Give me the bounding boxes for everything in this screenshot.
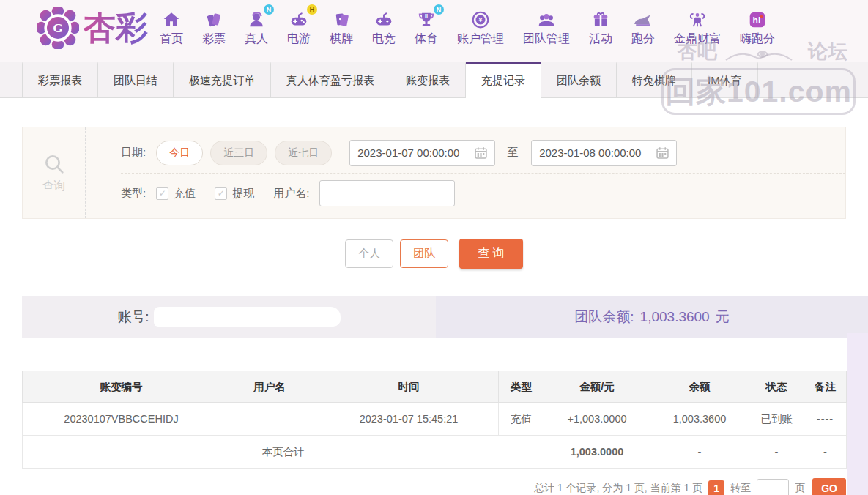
svg-text:¥: ¥ (478, 15, 483, 23)
tab-team-daily[interactable]: 团队日结 (98, 62, 174, 97)
nav-promotions[interactable]: 活动 (589, 9, 612, 47)
nav-paofen[interactable]: 跑分 (631, 9, 655, 47)
personal-button[interactable]: 个人 (345, 239, 393, 268)
tab-lottery-report[interactable]: 彩票报表 (22, 62, 98, 97)
go-button[interactable]: GO (812, 478, 846, 495)
nav-cards[interactable]: 棋牌 (330, 9, 353, 47)
pagination-summary: 总计 1 个记录, 分为 1 页, 当前第 1 页 (534, 482, 702, 495)
col-time: 时间 (319, 371, 499, 403)
cell-remark: ---- (804, 403, 847, 436)
col-amount: 金额/元 (544, 371, 650, 403)
checkbox-icon[interactable] (215, 187, 227, 200)
type-checkbox-deposit[interactable]: 充值 (156, 187, 196, 201)
account-section: 账号: (22, 296, 436, 338)
date-from-input[interactable] (357, 146, 469, 159)
calendar-icon[interactable] (475, 146, 487, 159)
nav-account-management[interactable]: ¥ 账户管理 (457, 9, 504, 47)
date-label: 日期: (121, 146, 146, 160)
table-header-row: 账变编号 用户名 时间 类型 金额/元 余额 状态 备注 (23, 371, 847, 403)
nav-esports[interactable]: 电竞 (372, 9, 396, 47)
team-balance-section: 团队余额: 1,003.3600 元 (436, 296, 868, 338)
golden-ding-icon (688, 10, 707, 29)
goto-label: 转至 (730, 482, 751, 495)
hi-app-icon: hi (748, 10, 767, 29)
page-unit-label: 页 (795, 482, 805, 495)
range-today-button[interactable]: 今日 (156, 141, 203, 165)
team-people-icon (536, 10, 557, 29)
gamepad-icon (289, 10, 309, 29)
nav-team-management[interactable]: 团队管理 (523, 9, 570, 47)
cell-balance: 1,003.3600 (650, 403, 749, 436)
col-remark: 备注 (804, 371, 847, 403)
nav-slots[interactable]: H 电游 (287, 9, 311, 47)
tab-live-sports-pnl-report[interactable]: 真人体育盈亏报表 (271, 62, 390, 97)
esports-gamepad-icon (374, 10, 394, 29)
tab-account-change-report[interactable]: 账变报表 (390, 62, 466, 97)
table-row: 20230107VBBCCEHIDJ 2023-01-07 15:45:21 充… (23, 403, 847, 436)
account-redacted-value (154, 307, 341, 327)
account-label: 账号: (117, 308, 149, 327)
nav-home[interactable]: 首页 (160, 9, 183, 47)
cell-type: 充值 (499, 403, 544, 436)
tab-im-sports[interactable]: IM体育 (692, 62, 758, 97)
calendar-icon[interactable] (656, 146, 669, 159)
tab-express-deposit-orders[interactable]: 极速充提订单 (174, 62, 271, 97)
nav-wealth[interactable]: 金鼎财富 (674, 9, 721, 47)
date-to-input[interactable] (539, 146, 650, 159)
query-button[interactable]: 查 询 (459, 239, 522, 269)
cell-status: 已到账 (749, 403, 804, 436)
search-icon (42, 152, 66, 176)
main-nav: 首页 彩票 N 真人 H 电游 棋牌 电竞 II N 体育 (160, 9, 775, 47)
lottery-ticket-icon (204, 10, 223, 29)
account-summary-bar: 账号: 团队余额: 1,003.3600 元 (22, 296, 868, 338)
team-balance-label: 团队余额: (574, 308, 634, 327)
tab-team-balance[interactable]: 团队余额 (541, 62, 617, 97)
svg-text:hi: hi (753, 15, 761, 26)
search-filter-panel: 查询 日期: 今日 近三日 近七日 至 类型: 充值 (22, 127, 846, 219)
col-balance: 余额 (650, 371, 749, 403)
summary-remark: - (804, 436, 847, 469)
brand-name: 杏彩 (84, 7, 148, 50)
brand-flower-icon: G (37, 7, 79, 49)
type-label: 类型: (121, 187, 146, 201)
svg-text:II: II (425, 13, 428, 18)
nav-lottery[interactable]: 彩票 (202, 9, 226, 47)
new-badge: N (264, 4, 274, 15)
date-to-box (531, 140, 677, 166)
cell-amount: +1,003.0000 (544, 403, 650, 436)
report-tabbar: 彩票报表 团队日结 极速充提订单 真人体育盈亏报表 账变报表 充提记录 团队余额… (0, 62, 868, 98)
records-table: 账变编号 用户名 时间 类型 金额/元 余额 状态 备注 20230107VBB… (22, 371, 847, 469)
goto-page-input[interactable] (757, 479, 789, 495)
trophy-icon: II (417, 10, 436, 29)
col-type: 类型 (499, 371, 544, 403)
date-to-label: 至 (507, 146, 518, 160)
summary-balance: - (650, 436, 749, 469)
tab-special-games[interactable]: 特兔棋牌 (617, 62, 692, 97)
nav-sports[interactable]: II N 体育 (415, 9, 438, 47)
type-checkbox-withdraw[interactable]: 提现 (215, 187, 254, 201)
team-balance-unit: 元 (716, 308, 730, 327)
current-page-button[interactable]: 1 (708, 480, 724, 495)
range-7days-button[interactable]: 近七日 (275, 141, 332, 165)
cell-username-redacted (220, 403, 319, 436)
pagination-bar: 总计 1 个记录, 分为 1 页, 当前第 1 页 1 转至 页 GO (22, 478, 846, 495)
col-change-id: 账变编号 (23, 371, 220, 403)
nav-live-casino[interactable]: N 真人 (245, 9, 268, 47)
username-label: 用户名: (273, 187, 309, 201)
team-button[interactable]: 团队 (400, 239, 448, 268)
tab-deposit-withdraw-records[interactable]: 充提记录 (466, 62, 541, 98)
svg-text:G: G (53, 21, 63, 35)
summary-amount: 1,003.0000 (544, 436, 650, 469)
type-filter-row: 类型: 充值 提现 用户名: (121, 173, 845, 213)
col-username: 用户名 (220, 371, 319, 403)
new-badge: N (434, 4, 444, 15)
range-3days-button[interactable]: 近三日 (210, 141, 267, 165)
checkbox-icon[interactable] (156, 187, 168, 200)
username-input[interactable] (319, 180, 455, 206)
hot-badge: H (307, 4, 317, 15)
top-nav-bar: G 杏彩 首页 彩票 N 真人 H 电游 棋牌 电竞 (0, 0, 868, 62)
nav-hi-paofen[interactable]: hi 嗨跑分 (740, 9, 775, 47)
brand-logo[interactable]: G 杏彩 (37, 7, 148, 50)
playing-cards-icon (332, 10, 351, 29)
home-icon (162, 10, 181, 29)
